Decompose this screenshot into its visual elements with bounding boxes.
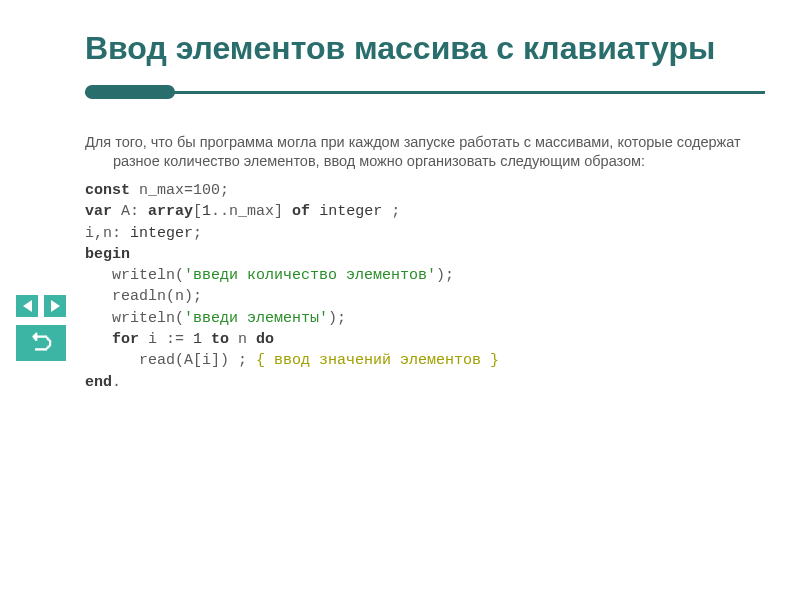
triangle-right-icon	[51, 300, 60, 312]
code-line-5: writeln('введи количество элементов');	[85, 265, 765, 286]
code-line-6: readln(n);	[85, 286, 765, 307]
code-line-2: var A: array[1..n_max] of integer ;	[85, 201, 765, 222]
triangle-left-icon	[23, 300, 32, 312]
code-line-10: end.	[85, 372, 765, 393]
return-button[interactable]: ⮌	[16, 325, 66, 361]
code-line-1: const n_max=100;	[85, 180, 765, 201]
return-icon: ⮌	[30, 332, 52, 354]
code-line-8: for i := 1 to n do	[85, 329, 765, 350]
slide-nav: ⮌	[16, 295, 66, 361]
prev-button[interactable]	[16, 295, 38, 317]
intro-paragraph: Для того, что бы программа могла при каж…	[85, 133, 765, 172]
code-line-9: read(A[i]) ; { ввод значений элементов }	[85, 350, 765, 371]
divider-line	[85, 91, 765, 94]
slide-title: Ввод элементов массива с клавиатуры	[85, 30, 765, 67]
title-divider	[85, 85, 765, 99]
code-block: const n_max=100; var A: array[1..n_max] …	[85, 180, 765, 393]
code-line-4: begin	[85, 244, 765, 265]
nav-row	[16, 295, 66, 317]
code-line-3: i,n: integer;	[85, 223, 765, 244]
code-line-7: writeln('введи элементы');	[85, 308, 765, 329]
slide-content: Ввод элементов массива с клавиатуры Для …	[85, 30, 765, 393]
next-button[interactable]	[44, 295, 66, 317]
divider-cap	[85, 85, 175, 99]
